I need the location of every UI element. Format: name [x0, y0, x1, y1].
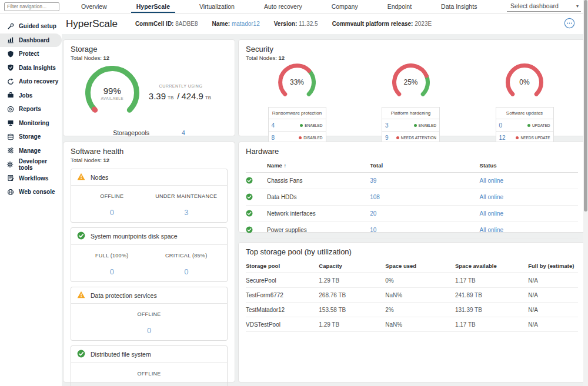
metric-value-link[interactable]: 0 [184, 267, 188, 276]
pool-cell-storage-pool[interactable]: TestForm6772 [246, 288, 319, 303]
scrollbar-thumb[interactable] [584, 0, 587, 212]
sidebar-item-manage[interactable]: Manage [0, 144, 62, 158]
hardware-column-status[interactable]: Status [480, 159, 578, 173]
status-dot-red [299, 136, 302, 139]
metric-value-link[interactable]: 0 [110, 267, 114, 276]
pool-cell-space-used: NaN% [385, 288, 455, 303]
tab-auto-recovery[interactable]: Auto recovery [249, 0, 317, 13]
security-count-link[interactable]: 4 [272, 122, 275, 129]
pool-header-row: Storage poolCapacitySpace usedSpace avai… [246, 259, 578, 273]
tab-data-insights[interactable]: Data Insights [426, 0, 492, 13]
pool-column-storage-pool[interactable]: Storage pool [246, 259, 319, 273]
software-section-header: Data protection services [71, 287, 227, 304]
sidebar-item-label: Protect [19, 51, 39, 57]
security-gauge-platform-hardening: 25% [392, 63, 430, 101]
meta-value[interactable]: matador12 [232, 21, 260, 27]
warning-icon [77, 291, 85, 300]
usage-used: 3.39 [149, 91, 166, 101]
header-meta-name-: Name: matador12 [212, 21, 260, 27]
storage-pool-card: Top storage pool (by utilization) Storag… [238, 242, 586, 382]
security-count-link[interactable]: 12 [499, 135, 506, 141]
tab-company[interactable]: Company [317, 0, 373, 13]
sidebar-item-guided-setup[interactable]: Guided setup [0, 19, 62, 33]
sidebar-item-label: Manage [19, 147, 41, 154]
tab-endpoint[interactable]: Endpoint [373, 0, 426, 13]
security-count-link[interactable]: 0 [499, 122, 503, 129]
sidebar-item-label: Dashboard [19, 37, 49, 43]
metric-value-link[interactable]: 0 [110, 208, 114, 217]
software-total-nodes: Total Nodes: 12 [71, 157, 228, 163]
sidebar-item-reports[interactable]: Reports [0, 102, 62, 116]
metric-critical-85-: CRITICAL (85%) 0 [149, 253, 224, 277]
filter-navigation-input[interactable] [4, 2, 59, 11]
hardware-column-name[interactable]: Name ↑ [267, 159, 370, 173]
status-dot-green [414, 124, 417, 127]
dashboard-selector[interactable]: Select dashboard ▾ [507, 1, 581, 12]
sidebar-item-data-insights[interactable]: Data Insights [0, 61, 62, 75]
hardware-total-link[interactable]: 20 [370, 210, 376, 217]
usage-caption: CURRENTLY USING [149, 84, 213, 88]
pool-cell-storage-pool[interactable]: VDSTestPool [246, 317, 319, 332]
storage-availability-gauge: 99% AVAILABLE [85, 66, 139, 120]
sidebar-item-protect[interactable]: Protect [0, 47, 62, 61]
tab-hyperscale[interactable]: HyperScale [122, 0, 185, 13]
pool-column-full-by-estimate-[interactable]: Full by (estimate) [528, 259, 578, 273]
hardware-total-link[interactable]: 39 [370, 177, 376, 184]
sidebar-item-developer-tools[interactable]: Developer tools [0, 157, 62, 172]
hardware-row-data-hdds: Data HDDs 108 All online [246, 189, 578, 206]
storage-card: Storage Total Nodes: 12 99% AVAILABLE [63, 39, 235, 136]
hardware-status-link[interactable]: All online [480, 194, 504, 200]
security-count-link[interactable]: 3 [385, 122, 389, 129]
vertical-scrollbar[interactable] [583, 0, 588, 386]
security-count-link[interactable]: 8 [272, 135, 275, 141]
pool-cell-space-used: NaN% [385, 317, 455, 332]
metric-label: OFFLINE [75, 311, 223, 317]
pool-cell-storage-pool[interactable]: TestMatador12 [246, 303, 319, 317]
meta-label: Name: [212, 21, 230, 27]
tab-virtualization[interactable]: Virtualization [185, 0, 249, 13]
monitor-icon [6, 119, 14, 127]
metric-label: OFFLINE [75, 193, 149, 199]
pool-column-space-used[interactable]: Space used [385, 259, 455, 273]
pool-column-space-available[interactable]: Space available [455, 259, 528, 273]
hardware-total-link[interactable]: 108 [370, 194, 380, 200]
pool-cell-full-by-estimate-: N/A [528, 303, 578, 317]
hardware-status-link[interactable]: All online [480, 210, 504, 217]
page-header: HyperScale CommCell ID: 8ADBE8 Name: mat… [62, 14, 588, 34]
security-count-link[interactable]: 9 [385, 135, 389, 141]
metric-label: UNDER MAINTENANCE [149, 193, 224, 199]
hardware-column-total[interactable]: Total [370, 159, 479, 173]
usage-total: 424.9 [181, 91, 203, 101]
sidebar-item-monitoring[interactable]: Monitoring [0, 116, 62, 130]
metric-value-link[interactable]: 0 [147, 326, 151, 335]
sort-ascending-icon: ↑ [284, 163, 287, 169]
hardware-total-link[interactable]: 10 [370, 227, 376, 233]
sidebar-item-jobs[interactable]: Jobs [0, 89, 62, 103]
metric-label: CRITICAL (85%) [149, 253, 224, 259]
sidebar-item-auto-recovery[interactable]: Auto recovery [0, 75, 62, 89]
hardware-row-network-interfaces: Network interfaces 20 All online [246, 206, 578, 222]
storagepools-label: Storagepools [113, 129, 149, 136]
sidebar-item-storage[interactable]: Storage [0, 130, 62, 144]
security-table-row: 3 ENABLED [382, 119, 439, 131]
storage-pool-table: Storage poolCapacitySpace usedSpace avai… [246, 259, 578, 332]
storagepools-count-link[interactable]: 4 [182, 129, 185, 136]
sidebar-item-workflows[interactable]: Workflows [0, 172, 62, 186]
hardware-status-link[interactable]: All online [480, 227, 504, 233]
security-group-software-updates: 0% Software updates 0 UPDATED 12 NEEDS U… [480, 63, 569, 144]
pool-column-capacity[interactable]: Capacity [319, 259, 385, 273]
security-table-ransomware-protection: Ransomware protection 4 ENABLED 8 DISABL… [268, 107, 326, 144]
gauge-percent: 33% [290, 78, 304, 86]
security-status: DISABLED [299, 136, 322, 140]
hardware-status-link[interactable]: All online [480, 177, 504, 184]
total-nodes-value: 12 [278, 55, 285, 61]
pool-cell-storage-pool[interactable]: SecurePool [246, 273, 319, 288]
security-status: UPDATED [527, 123, 550, 127]
tab-overview[interactable]: Overview [66, 0, 122, 13]
hardware-card-title: Hardware [246, 147, 578, 156]
sidebar-item-web-console[interactable]: Web console [0, 185, 62, 199]
sidebar-item-dashboard[interactable]: Dashboard [0, 33, 62, 48]
metric-value-link[interactable]: 3 [184, 208, 188, 217]
more-options-button[interactable] [564, 18, 575, 31]
pool-cell-capacity: 1.29 TB [319, 273, 385, 288]
